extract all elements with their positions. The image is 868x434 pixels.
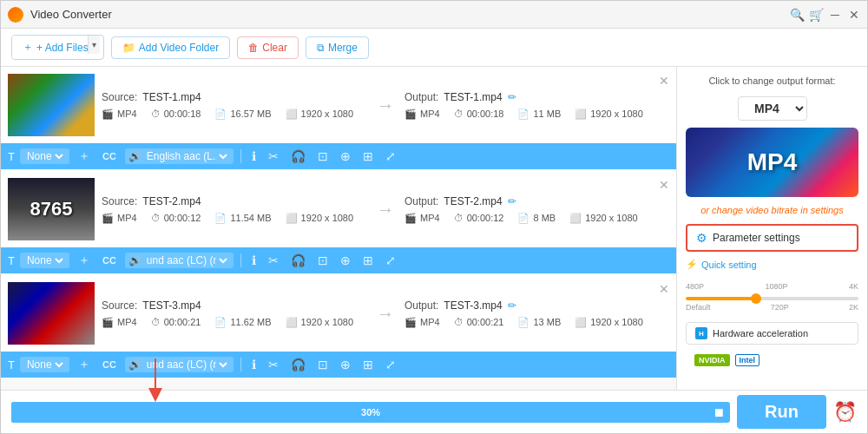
quality-slider[interactable] — [686, 297, 858, 300]
close-file-3[interactable]: ✕ — [659, 282, 669, 296]
output-header-2: Output: TEST-2.mp4 ✏ — [404, 195, 669, 207]
arrow-right-2: → — [377, 200, 394, 220]
file-row: Source: TEST-1.mp4 🎬 MP4 ⏱ 00: — [1, 67, 676, 169]
file-toolbar-2: T None ＋ CC 🔊 und aac (LC) (mp4a... — [1, 247, 676, 273]
add-files-dropdown[interactable]: ▾ — [88, 36, 100, 54]
effect-btn-1[interactable]: ⊕ — [337, 149, 354, 163]
crop-btn-2[interactable]: ⊡ — [314, 253, 332, 267]
clear-button[interactable]: 🗑 Clear — [237, 36, 299, 59]
param-settings-button[interactable]: ⚙ Parameter settings — [686, 224, 858, 252]
right-panel: Click to change output format: MP4 MKV A… — [676, 67, 867, 390]
info-btn-1[interactable]: ℹ — [248, 149, 260, 163]
cc-icon-2[interactable]: CC — [99, 255, 120, 266]
arrow-right-3: → — [377, 304, 394, 324]
output-meta-2: 🎬 MP4 ⏱ 00:00:12 📄 8 MB — [404, 213, 669, 224]
subtitle-add-btn-3[interactable]: ⊞ — [359, 358, 377, 372]
window-controls: 🔍 🛒 ─ ✕ — [791, 9, 860, 21]
effect-btn-3[interactable]: ⊕ — [337, 358, 354, 372]
source-format-1: 🎬 MP4 — [102, 108, 137, 120]
subtitle-add-btn-1[interactable]: ⊞ — [359, 149, 377, 163]
close-button[interactable]: ✕ — [848, 9, 860, 21]
quality-slider-wrap: 480P 1080P 4K Default 720P 2K — [686, 280, 858, 312]
quality-labels-bottom: Default 720P 2K — [686, 303, 858, 312]
headphone-btn-3[interactable]: 🎧 — [287, 358, 309, 372]
merge-button[interactable]: ⧉ Merge — [306, 36, 369, 59]
add-files-button[interactable]: ＋ + Add Files — [12, 36, 99, 59]
sep1 — [240, 149, 241, 163]
add-subtitle-3[interactable]: ＋ — [75, 357, 94, 372]
thumbnail-1 — [8, 74, 95, 136]
run-button[interactable]: Run — [737, 395, 826, 429]
subtitle-select-1[interactable]: None — [23, 149, 66, 163]
cart-icon[interactable]: 🛒 — [810, 9, 822, 21]
crop-btn-3[interactable]: ⊡ — [314, 358, 332, 372]
clock-icon: ⏱ — [454, 108, 464, 119]
file-toolbar-3: T None ＋ CC 🔊 und aac (LC) (mp4a... — [1, 352, 676, 378]
panel-title: Click to change output format: — [686, 76, 858, 86]
titlebar: Video Converter 🔍 🛒 ─ ✕ — [1, 1, 867, 29]
thumb-image-2: 8765 — [8, 178, 95, 240]
res-icon: ⬜ — [286, 213, 298, 224]
source-col-2: Source: TEST-2.mp4 🎬 MP4 ⏱ 00: — [102, 195, 366, 224]
watermark-btn-3[interactable]: ⤢ — [382, 358, 399, 372]
thumbnail-3 — [8, 282, 95, 345]
headphone-btn-1[interactable]: 🎧 — [287, 149, 309, 163]
progress-action-icon[interactable]: ⏹ — [713, 405, 725, 419]
source-meta-3: 🎬 MP4 ⏱ 00:00:21 📄 11.62 MB — [102, 317, 366, 328]
audio-select-2[interactable]: und aac (LC) (mp4a... — [143, 253, 230, 267]
subtitle-select-2[interactable]: None — [23, 253, 66, 267]
bottom-bar: 30% ⏹ Run ⏰ — [1, 390, 867, 433]
out-duration-1: ⏱ 00:00:18 — [454, 108, 504, 119]
audio-icon-3: 🔊 — [128, 358, 141, 371]
source-col-3: Source: TEST-3.mp4 🎬 MP4 ⏱ 00: — [102, 299, 366, 328]
edit-output-2[interactable]: ✏ — [508, 195, 516, 207]
output-header-1: Output: TEST-1.mp4 ✏ — [404, 91, 669, 103]
quick-setting-icon: ⚡ — [686, 259, 698, 270]
progress-label: 30% — [361, 407, 380, 418]
folder-icon: 📁 — [122, 42, 135, 54]
source-meta-1: 🎬 MP4 ⏱ 00:00:18 📄 16.57 MB — [102, 108, 366, 120]
audio-select-1[interactable]: English aac (L... (m... — [143, 149, 230, 163]
sep3 — [240, 358, 241, 372]
source-col-1: Source: TEST-1.mp4 🎬 MP4 ⏱ 00: — [102, 91, 366, 120]
file-icon: 📄 — [214, 317, 227, 328]
format-dropdown[interactable]: MP4 MKV AVI MOV — [738, 96, 807, 121]
edit-output-3[interactable]: ✏ — [508, 299, 516, 312]
quality-labels-top: 480P 1080P 4K — [686, 282, 858, 291]
watermark-btn-2[interactable]: ⤢ — [382, 253, 399, 267]
file-icon: 📄 — [517, 213, 529, 224]
info-btn-3[interactable]: ℹ — [248, 358, 260, 372]
progress-fill — [11, 402, 227, 423]
edit-output-1[interactable]: ✏ — [508, 91, 516, 103]
scissors-btn-2[interactable]: ✂ — [265, 253, 282, 267]
output-meta-3: 🎬 MP4 ⏱ 00:00:21 📄 13 MB — [404, 317, 669, 328]
add-folder-button[interactable]: 📁 Add Video Folder — [111, 36, 231, 59]
headphone-btn-2[interactable]: 🎧 — [287, 253, 309, 267]
film-icon: 🎬 — [404, 108, 417, 120]
content-area: Source: TEST-1.mp4 🎬 MP4 ⏱ 00: — [1, 67, 867, 390]
effect-btn-2[interactable]: ⊕ — [337, 253, 354, 267]
trash-icon: 🗑 — [248, 42, 259, 54]
subtitle-add-btn-2[interactable]: ⊞ — [359, 253, 377, 267]
crop-btn-1[interactable]: ⊡ — [314, 149, 332, 163]
dest-col-1: Output: TEST-1.mp4 ✏ 🎬 MP4 ⏱ — [404, 91, 669, 120]
close-file-2[interactable]: ✕ — [659, 178, 669, 192]
cc-icon-1[interactable]: CC — [99, 151, 120, 161]
add-subtitle-2[interactable]: ＋ — [75, 253, 94, 268]
scissors-btn-3[interactable]: ✂ — [265, 358, 282, 372]
progress-arrow — [155, 358, 199, 402]
cc-icon-3[interactable]: CC — [99, 359, 120, 370]
watermark-btn-1[interactable]: ⤢ — [382, 149, 399, 163]
format-preview: MP4 — [686, 128, 858, 197]
info-btn-2[interactable]: ℹ — [248, 253, 260, 267]
schedule-icon[interactable]: ⏰ — [833, 401, 857, 424]
add-subtitle-1[interactable]: ＋ — [75, 148, 94, 164]
file-icon: 📄 — [517, 317, 529, 328]
merge-icon: ⧉ — [317, 42, 325, 54]
search-icon[interactable]: 🔍 — [791, 9, 803, 21]
close-file-1[interactable]: ✕ — [659, 74, 669, 88]
hardware-acceleration-button[interactable]: H Hardware acceleration — [686, 322, 858, 345]
subtitle-select-3[interactable]: None — [23, 358, 66, 372]
scissors-btn-1[interactable]: ✂ — [265, 149, 282, 163]
minimize-button[interactable]: ─ — [829, 9, 841, 21]
